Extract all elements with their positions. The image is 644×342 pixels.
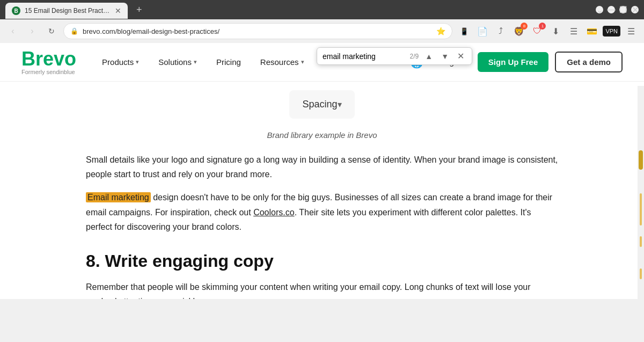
scrollbar-track[interactable] [638,86,644,342]
logo-text: Brevo [21,49,76,69]
share-icon[interactable]: ⤴ [493,24,508,39]
nav-resources[interactable]: Resources ▾ [252,53,313,71]
article-area: Spacing ▾ Brand library example in Brevo… [0,82,644,299]
cast-icon[interactable]: 📱 [457,24,472,39]
products-label: Products [102,57,134,67]
active-tab[interactable]: B 15 Email Design Best Practices f ✕ [5,3,128,19]
article-para3: Remember that people will be skimming yo… [86,280,558,299]
sidebar-toggle-icon[interactable]: ☰ [566,24,581,39]
lock-icon: 🔒 [70,27,78,35]
spacing-box: Spacing ▾ [289,90,354,119]
scrollbar-highlight-2 [640,236,642,247]
scrollbar-highlight-3 [640,268,642,279]
address-bar[interactable]: 🔒 brevo.com/blog/email-design-best-pract… [63,23,452,39]
chevron-button[interactable]: ⌄ [596,6,603,13]
nav-solutions[interactable]: Solutions ▾ [150,53,206,71]
forward-button[interactable]: › [25,24,40,39]
find-close-button[interactable]: ✕ [455,50,466,62]
extension-icon[interactable]: 🛡 1 [530,24,545,39]
article-para1: Small details like your logo and signatu… [86,152,558,181]
bookmark-icon: ⭐ [436,27,445,35]
pricing-label: Pricing [216,57,241,67]
solutions-label: Solutions [158,57,192,67]
reader-icon[interactable]: 📄 [475,24,490,39]
vpn-button[interactable]: VPN [603,26,620,37]
demo-button[interactable]: Get a demo [555,52,623,72]
coolors-link[interactable]: Coolors.co [253,208,294,217]
highlight-text: Email marketing [86,192,151,202]
scrollbar-thumb[interactable] [639,150,643,170]
browser-chrome: B 15 Email Design Best Practices f ✕ + ⌄… [0,0,644,43]
article-caption: Brand library example in Brevo [86,130,558,140]
products-chevron-icon: ▾ [136,59,139,66]
signup-button[interactable]: Sign Up Free [478,52,549,72]
find-count: 2/9 [410,53,419,60]
find-next-button[interactable]: ▼ [439,51,451,62]
page-content: Brevo Formerly sendinblue Products ▾ Sol… [0,43,644,299]
new-tab-button[interactable]: + [136,4,142,16]
maximize-button[interactable]: ❐ [619,6,627,13]
menu-icon[interactable]: ☰ [624,24,639,39]
minimize-button[interactable]: — [608,6,615,13]
solutions-chevron-icon: ▾ [194,59,197,66]
wallet-icon[interactable]: 💳 [584,24,599,39]
nav-pricing[interactable]: Pricing [208,53,250,71]
tab-close-icon[interactable]: ✕ [115,6,121,15]
back-button[interactable]: ‹ [5,24,20,39]
address-bar-row: ‹ › ↻ 🔒 brevo.com/blog/email-design-best… [0,19,644,43]
close-button[interactable]: ✕ [631,6,639,13]
brave-icon[interactable]: 🦁 8 [511,24,526,39]
resources-chevron-icon: ▾ [301,59,304,66]
find-bar: 2/9 ▲ ▼ ✕ [317,47,472,65]
download-icon[interactable]: ⬇ [548,24,563,39]
tab-title: 15 Email Design Best Practices f [25,7,111,14]
refresh-button[interactable]: ↻ [44,24,59,39]
find-input[interactable] [323,52,406,61]
site-logo[interactable]: Brevo Formerly sendinblue [21,49,76,75]
url-text: brevo.com/blog/email-design-best-practic… [83,27,432,35]
find-previous-button[interactable]: ▲ [423,51,435,62]
window-controls: ⌄ — ❐ ✕ [596,6,639,13]
resources-label: Resources [260,57,299,67]
spacing-box-label: Spacing [302,99,337,110]
scrollbar-highlight-1 [640,193,642,225]
logo-sub: Formerly sendinblue [21,69,76,75]
title-bar: B 15 Email Design Best Practices f ✕ + ⌄… [0,0,644,19]
section-heading: 8. Write engaging copy [86,251,558,271]
toolbar-right: 📱 📄 ⤴ 🦁 8 🛡 1 ⬇ ☰ 💳 VPN ☰ [457,24,639,39]
article-para2: Email marketing design doesn't have to b… [86,190,558,234]
spacing-chevron-icon: ▾ [338,99,342,110]
tab-favicon: B [12,6,20,15]
nav-products[interactable]: Products ▾ [93,53,148,71]
